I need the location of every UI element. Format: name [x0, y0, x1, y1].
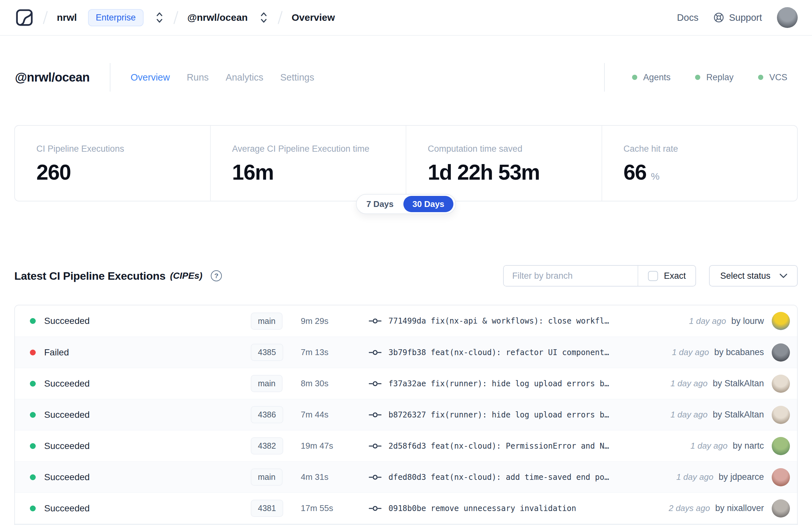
time-ago: 2 days ago [669, 503, 710, 513]
divider [110, 63, 110, 92]
support-label: Support [729, 12, 762, 23]
top-navbar: nrwl Enterprise @nrwl/ocean Overview Doc… [0, 0, 812, 36]
branch-filter-input[interactable] [504, 266, 638, 286]
status-label: Succeeded [44, 316, 90, 326]
time-ago: 1 day ago [670, 378, 707, 389]
status-replay-label: Replay [706, 73, 733, 82]
status-label: Succeeded [44, 410, 90, 420]
author-avatar [772, 312, 790, 330]
cipe-table-body: Succeeded main 9m 29s 771499da fix(nx-ap… [15, 305, 797, 524]
status-agents[interactable]: Agents [632, 73, 670, 82]
branch-badge: 4385 [251, 344, 283, 361]
cipe-title: Latest CI Pipeline Executions [14, 270, 166, 282]
status-label: Succeeded [44, 503, 90, 514]
git-commit-icon [368, 410, 382, 419]
docs-link[interactable]: Docs [677, 12, 698, 23]
author: by bcabanes [714, 347, 764, 357]
commit-message: 3b79fb38 feat(nx-cloud): refactor UI com… [388, 348, 609, 357]
status-dot [30, 443, 36, 449]
git-commit-icon [368, 473, 382, 482]
support-link[interactable]: Support [713, 12, 762, 23]
tab-runs[interactable]: Runs [187, 72, 209, 83]
stats-cards: CI Pipeline Executions 260 Average CI Pi… [14, 125, 798, 201]
stat-value: 1d 22h 53m [428, 160, 540, 184]
status-dot [30, 506, 36, 511]
service-statuses: Agents Replay VCS [632, 73, 797, 82]
divider [604, 63, 605, 92]
branch-badge: 4381 [251, 500, 283, 517]
cipe-section-header: Latest CI Pipeline Executions (CIPEs) Ex… [14, 265, 798, 287]
enterprise-badge: Enterprise [88, 9, 143, 26]
select-status-label: Select status [720, 271, 770, 281]
commit-message: 2d58f6d3 feat(nx-cloud): PermissionError… [388, 441, 609, 451]
tab-analytics[interactable]: Analytics [226, 72, 263, 83]
nx-cloud-logo-icon[interactable] [15, 8, 34, 27]
cipe-filters: Exact Select status [503, 265, 798, 287]
workspace-selector-chevron-up-down-icon[interactable] [259, 11, 269, 24]
stat-label: CI Pipeline Executions [36, 144, 210, 154]
status-label: Succeeded [44, 472, 90, 482]
toggle-30-days[interactable]: 30 Days [403, 196, 454, 212]
green-status-dot [632, 75, 637, 80]
tab-overview[interactable]: Overview [131, 72, 170, 83]
cipe-row[interactable]: Succeeded 4382 19m 47s 2d58f6d3 feat(nx-… [15, 430, 797, 461]
duration: 19m 47s [300, 441, 368, 451]
workspace-header: @nrwl/ocean Overview Runs Analytics Sett… [0, 60, 812, 94]
breadcrumb-slash-icon [278, 11, 282, 24]
breadcrumb-slash-icon [173, 11, 178, 24]
git-commit-icon [368, 348, 382, 357]
status-label: Failed [44, 347, 69, 358]
stat-cache-hit-rate: Cache hit rate 66 % [601, 126, 797, 201]
status-label: Succeeded [44, 441, 90, 451]
stat-value: 16m [232, 160, 274, 184]
author: by nartc [733, 441, 764, 451]
author-avatar [772, 437, 790, 455]
user-avatar[interactable] [777, 7, 798, 28]
branch-filter-group: Exact [503, 265, 696, 287]
breadcrumb-workspace[interactable]: @nrwl/ocean [187, 12, 248, 23]
status-replay[interactable]: Replay [695, 73, 733, 82]
stat-ci-pipeline-executions: CI Pipeline Executions 260 [15, 126, 210, 201]
status-dot [30, 381, 36, 387]
exact-checkbox[interactable] [648, 271, 658, 281]
time-ago: 1 day ago [689, 316, 726, 326]
author: by nixallover [715, 503, 764, 513]
status-vcs-label: VCS [769, 73, 787, 82]
chevron-down-icon [779, 273, 788, 279]
period-toggle: 7 Days 30 Days [356, 194, 456, 214]
stats-section: CI Pipeline Executions 260 Average CI Pi… [14, 125, 798, 201]
status-vcs[interactable]: VCS [758, 73, 787, 82]
cipe-row[interactable]: Succeeded 4386 7m 44s b8726327 fix(runne… [15, 399, 797, 430]
time-ago: 1 day ago [672, 347, 709, 357]
branch-badge: main [251, 375, 282, 392]
breadcrumb-page: Overview [292, 12, 335, 23]
duration: 4m 31s [300, 472, 368, 482]
org-selector-chevron-up-down-icon[interactable] [155, 11, 164, 24]
duration: 7m 44s [300, 410, 368, 420]
duration: 9m 29s [300, 316, 368, 326]
select-status-dropdown[interactable]: Select status [709, 265, 798, 287]
help-icon[interactable] [211, 270, 222, 281]
cipe-row[interactable]: Succeeded 4381 17m 55s 0918b0be remove u… [15, 493, 797, 524]
stat-label: Average CI Pipeline Execution time [232, 144, 406, 154]
toggle-7-days[interactable]: 7 Days [357, 199, 403, 209]
status-dot [30, 474, 36, 480]
breadcrumb-org[interactable]: nrwl [57, 12, 77, 23]
cipe-row[interactable]: Succeeded main 4m 31s dfed80d3 feat(nx-c… [15, 461, 797, 493]
cipe-row[interactable]: Failed 4385 7m 13s 3b79fb38 feat(nx-clou… [15, 336, 797, 368]
green-status-dot [695, 75, 700, 80]
time-ago: 1 day ago [691, 441, 727, 451]
lifebuoy-icon [713, 12, 724, 23]
partial-next-row [15, 524, 797, 525]
git-commit-icon [368, 316, 382, 326]
commit-message: 0918b0be remove unnecessary invalidation [388, 504, 576, 513]
cipe-row[interactable]: Succeeded main 9m 29s 771499da fix(nx-ap… [15, 305, 797, 336]
cipe-row[interactable]: Succeeded main 8m 30s f37a32ae fix(runne… [15, 368, 797, 399]
tab-settings[interactable]: Settings [280, 72, 315, 83]
branch-badge: main [251, 468, 282, 486]
navbar-actions: Docs Support [677, 7, 798, 28]
status-agents-label: Agents [643, 73, 670, 82]
status-dot [30, 318, 36, 324]
cipe-subtitle: (CIPEs) [170, 271, 203, 281]
workspace-status-group: Agents Replay VCS [604, 63, 797, 92]
